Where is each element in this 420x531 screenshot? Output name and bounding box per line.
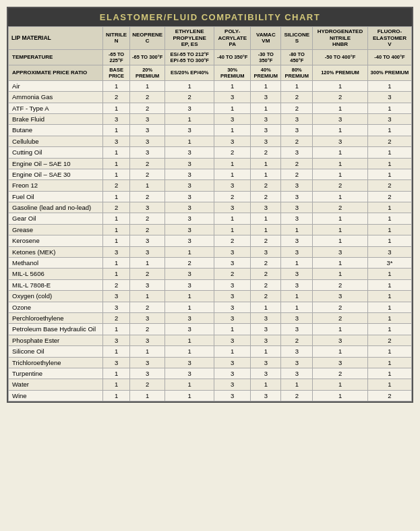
value-neoprene: 1 [130, 80, 165, 91]
value-polyacrylate: 1 [214, 346, 251, 357]
material-cell: Engine Oil – SAE 30 [9, 169, 103, 179]
value-fluoro: 1 [367, 213, 411, 224]
value-silicone: 3 [281, 213, 313, 224]
material-cell: Fuel Oil [9, 191, 103, 202]
table-row: Ammonia Gas22233223 [9, 92, 412, 103]
value-polyacrylate: 1 [214, 213, 251, 224]
temp-fluoro: -40 to 400°F [367, 49, 411, 65]
value-ethylene: 3 [165, 125, 214, 136]
value-hydronitrile: 1 [313, 103, 368, 113]
table-row: Wine11133212 [9, 390, 412, 401]
material-cell: Brake Fluid [9, 113, 103, 124]
value-neoprene: 3 [130, 312, 165, 323]
value-polyacrylate: 3 [214, 291, 251, 302]
value-nitrile: 1 [103, 324, 130, 335]
table-row: Gear Oil12311311 [9, 213, 412, 224]
material-cell: Cutting Oil [9, 147, 103, 158]
value-ethylene: 1 [165, 346, 214, 357]
value-neoprene: 2 [130, 302, 165, 312]
value-vamac: 2 [251, 269, 281, 279]
value-nitrile: 1 [103, 379, 130, 390]
value-silicone: 1 [281, 379, 313, 390]
value-fluoro: 1 [367, 147, 411, 158]
value-vamac: 1 [251, 158, 281, 169]
value-hydronitrile: 3 [313, 113, 368, 124]
table-row: Kerosene13322311 [9, 235, 412, 246]
value-vamac: 3 [251, 113, 281, 124]
col-header-hydronitrile: HYDROGENATED NITRILE HNBR [313, 27, 368, 50]
value-ethylene: 1 [165, 136, 214, 146]
table-row: MIL-L 7808-E23332321 [9, 279, 412, 290]
value-neoprene: 3 [130, 136, 165, 146]
value-polyacrylate: 3 [214, 180, 251, 191]
value-neoprene: 2 [130, 103, 165, 113]
value-hydronitrile: 1 [313, 191, 368, 202]
value-polyacrylate: 1 [214, 324, 251, 335]
material-cell: Petroleum Base Hydraulic Oil [9, 324, 103, 335]
material-cell: Ammonia Gas [9, 92, 103, 103]
value-fluoro: 1 [367, 235, 411, 246]
value-ethylene: 3 [165, 312, 214, 323]
value-hydronitrile: 3 [313, 246, 368, 257]
value-ethylene: 1 [165, 335, 214, 345]
material-cell: Kerosene [9, 235, 103, 246]
value-neoprene: 2 [130, 324, 165, 335]
value-vamac: 1 [251, 302, 281, 312]
price-silicone: 80% Premium [281, 65, 313, 80]
compatibility-table: LIP MATERIAL NITRILE N NEOPRENE C ETHYLE… [8, 26, 412, 401]
value-hydronitrile: 1 [313, 224, 368, 235]
col-header-vamac: VAMAC VM [251, 27, 281, 50]
value-neoprene: 2 [130, 213, 165, 224]
material-cell: Ozone [9, 302, 103, 312]
value-neoprene: 2 [130, 379, 165, 390]
value-neoprene: 3 [130, 147, 165, 158]
temp-ethylene: ES/-65 to 212°F EP/-65 to 300°F [165, 49, 214, 65]
table-row: ATF - Type A12311211 [9, 103, 412, 113]
header-row-material: LIP MATERIAL NITRILE N NEOPRENE C ETHYLE… [9, 27, 412, 50]
value-nitrile: 1 [103, 158, 130, 169]
value-nitrile: 1 [103, 346, 130, 357]
value-silicone: 1 [281, 302, 313, 312]
value-vamac: 2 [251, 191, 281, 202]
value-nitrile: 1 [103, 258, 130, 269]
value-silicone: 1 [281, 80, 313, 91]
value-vamac: 1 [251, 213, 281, 224]
value-hydronitrile: 1 [313, 147, 368, 158]
table-row: Fuel Oil12322312 [9, 191, 412, 202]
table-row: Ozone32131121 [9, 302, 412, 312]
value-polyacrylate: 3 [214, 379, 251, 390]
value-silicone: 3 [281, 269, 313, 279]
value-vamac: 3 [251, 312, 281, 323]
value-nitrile: 2 [103, 202, 130, 213]
value-polyacrylate: 3 [214, 246, 251, 257]
price-hydronitrile: 120% Premium [313, 65, 368, 80]
table-row: Butane13313311 [9, 125, 412, 136]
material-cell: MIL-L 7808-E [9, 279, 103, 290]
value-hydronitrile: 1 [313, 169, 368, 179]
value-silicone: 1 [281, 258, 313, 269]
value-vamac: 1 [251, 346, 281, 357]
value-ethylene: 3 [165, 169, 214, 179]
table-row: Grease12311111 [9, 224, 412, 235]
value-vamac: 3 [251, 202, 281, 213]
material-cell: ATF - Type A [9, 103, 103, 113]
table-row: Ketones (MEK)33133333 [9, 246, 412, 257]
price-polyacrylate: 30% Premium [214, 65, 251, 80]
header-row-temp: TEMPERATURE -65 to 225°F -65 to 300°F ES… [9, 49, 412, 65]
value-silicone: 2 [281, 158, 313, 169]
col-header-material: LIP MATERIAL [9, 27, 103, 50]
material-cell: Gear Oil [9, 213, 103, 224]
value-nitrile: 1 [103, 224, 130, 235]
col-header-silicone: SILICONE S [281, 27, 313, 50]
value-polyacrylate: 1 [214, 158, 251, 169]
value-hydronitrile: 3 [313, 357, 368, 368]
material-cell: Grease [9, 224, 103, 235]
col-header-polyacrylate: POLY-ACRYLATE PA [214, 27, 251, 50]
material-cell: Gasoline (lead and no-lead) [9, 202, 103, 213]
material-cell: Phosphate Ester [9, 335, 103, 345]
price-fluoro: 300% Premium [367, 65, 411, 80]
value-nitrile: 3 [103, 302, 130, 312]
value-polyacrylate: 1 [214, 169, 251, 179]
value-ethylene: 1 [165, 246, 214, 257]
price-label: APPROXIMATE PRICE RATIO [9, 65, 103, 80]
